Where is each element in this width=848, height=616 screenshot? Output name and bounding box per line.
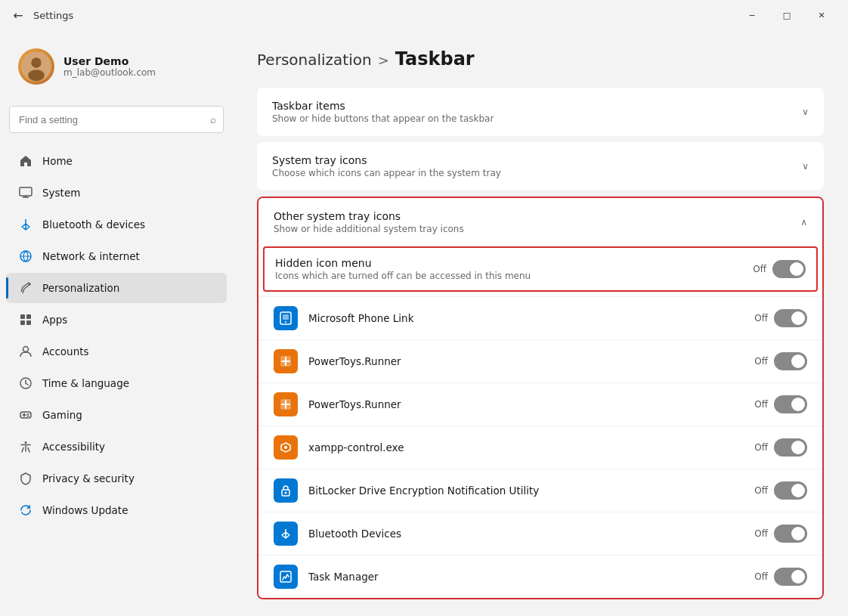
taskbar-items-info: Taskbar items Show or hide buttons that … [272, 100, 494, 124]
nav-update[interactable]: Windows Update [6, 495, 227, 525]
svg-point-19 [284, 446, 287, 449]
taskbar-items-subtitle: Show or hide buttons that appear on the … [272, 113, 494, 124]
svg-rect-3 [20, 187, 32, 196]
svg-point-5 [29, 283, 31, 286]
user-name: User Demo [63, 55, 156, 67]
phone-link-icon [274, 306, 298, 330]
phone-link-toggle-wrap: Off [754, 309, 807, 327]
bitlocker-status: Off [754, 485, 768, 496]
task-manager-name: Task Manager [308, 571, 744, 583]
svg-point-13 [25, 441, 27, 444]
nav-privacy[interactable]: Privacy & security [6, 463, 227, 494]
nav-accessibility[interactable]: Accessibility [6, 432, 227, 462]
nav-home[interactable]: Home [6, 146, 227, 176]
nav-bluetooth[interactable]: Bluetooth & devices [6, 209, 227, 240]
bluetooth-icon [18, 217, 33, 232]
bitlocker-toggle[interactable] [774, 481, 807, 500]
other-tray-chevron: ∧ [800, 217, 807, 228]
system-tray-header[interactable]: System tray icons Choose which icons can… [257, 142, 824, 190]
other-tray-header[interactable]: Other system tray icons Show or hide add… [258, 198, 822, 246]
nav-gaming[interactable]: Gaming [6, 400, 227, 430]
svg-rect-8 [20, 320, 25, 325]
nav-accounts[interactable]: Accounts [6, 336, 227, 367]
system-icon [18, 185, 33, 200]
main-content: Personalization > Taskbar Taskbar items … [233, 30, 848, 616]
page-header: Personalization > Taskbar [257, 48, 824, 70]
window-controls: ─ □ ✕ [735, 3, 839, 27]
system-tray-title: System tray icons [272, 154, 501, 166]
close-button[interactable]: ✕ [804, 3, 839, 27]
minimize-button[interactable]: ─ [735, 3, 769, 27]
bluetooth-devices-toggle[interactable] [774, 525, 807, 543]
titlebar: ← Settings ─ □ ✕ [0, 0, 848, 30]
app-row: Bluetooth Devices Off [258, 512, 822, 555]
svg-rect-9 [26, 320, 31, 325]
taskbar-items-title: Taskbar items [272, 100, 494, 112]
taskbar-items-section: Taskbar items Show or hide buttons that … [257, 88, 824, 136]
xampp-name: xampp-control.exe [308, 441, 744, 453]
taskbar-items-chevron: ∨ [802, 107, 809, 117]
other-tray-section: Other system tray icons Show or hide add… [258, 198, 822, 598]
page-title: Taskbar [395, 48, 475, 70]
hidden-icon-subtitle: Icons which are turned off can be access… [275, 271, 742, 281]
nav-personalization[interactable]: Personalization [6, 273, 227, 303]
time-icon [18, 376, 33, 391]
system-tray-chevron: ∨ [802, 161, 809, 172]
apps-icon [18, 312, 33, 327]
accessibility-icon [18, 439, 33, 454]
nav-system[interactable]: System [6, 178, 227, 208]
search-icon: ⌕ [210, 113, 216, 125]
personalization-icon [18, 280, 33, 296]
bitlocker-name: BitLocker Drive Encryption Notification … [308, 484, 744, 497]
nav-network[interactable]: Network & internet [6, 241, 227, 271]
maximize-button[interactable]: □ [769, 3, 804, 27]
svg-rect-6 [20, 314, 25, 319]
gaming-icon [18, 407, 33, 423]
privacy-icon [18, 471, 33, 486]
hidden-icon-status: Off [753, 264, 766, 274]
user-profile[interactable]: User Demo m_lab@outlook.com [6, 39, 227, 94]
bluetooth-devices-status: Off [754, 528, 768, 539]
system-tray-section: System tray icons Choose which icons can… [257, 142, 824, 190]
xampp-toggle[interactable] [774, 438, 807, 457]
powertoys2-icon [274, 392, 298, 416]
app-body: User Demo m_lab@outlook.com ⌕ Home [0, 30, 848, 616]
back-button[interactable]: ← [9, 6, 27, 24]
search-input[interactable] [9, 106, 224, 133]
update-icon [18, 503, 33, 518]
home-icon [18, 153, 33, 169]
hidden-icon-info: Hidden icon menu Icons which are turned … [275, 257, 742, 281]
svg-point-15 [285, 321, 286, 323]
powertoys1-toggle-wrap: Off [754, 352, 807, 370]
accounts-icon [18, 344, 33, 359]
powertoys2-status: Off [754, 399, 768, 410]
xampp-toggle-wrap: Off [754, 438, 807, 457]
svg-point-2 [28, 70, 45, 81]
phone-link-name: Microsoft Phone Link [308, 312, 744, 324]
svg-rect-16 [283, 314, 289, 320]
powertoys2-toggle[interactable] [774, 395, 807, 413]
task-manager-toggle[interactable] [774, 568, 807, 586]
nav-time[interactable]: Time & language [6, 368, 227, 398]
search-box: ⌕ [9, 106, 224, 133]
task-manager-toggle-wrap: Off [754, 568, 807, 586]
phone-link-status: Off [754, 313, 768, 323]
breadcrumb-separator: > [378, 52, 389, 68]
sidebar: User Demo m_lab@outlook.com ⌕ Home [0, 30, 233, 616]
hidden-icon-toggle[interactable] [772, 260, 806, 278]
powertoys1-status: Off [754, 356, 768, 367]
nav-apps[interactable]: Apps [6, 305, 227, 335]
system-tray-subtitle: Choose which icons can appear in the sys… [272, 168, 501, 178]
svg-point-21 [285, 492, 287, 494]
svg-point-1 [31, 57, 41, 67]
task-manager-status: Off [754, 571, 768, 582]
xampp-status: Off [754, 442, 768, 453]
phone-link-toggle[interactable] [774, 309, 807, 327]
powertoys1-icon [274, 349, 298, 373]
powertoys1-toggle[interactable] [774, 352, 807, 370]
breadcrumb: Personalization [257, 51, 372, 69]
app-row: Task Manager Off [258, 555, 822, 598]
bluetooth-devices-name: Bluetooth Devices [308, 528, 744, 540]
taskbar-items-header[interactable]: Taskbar items Show or hide buttons that … [257, 88, 824, 136]
other-tray-subtitle: Show or hide additional system tray icon… [274, 224, 464, 234]
